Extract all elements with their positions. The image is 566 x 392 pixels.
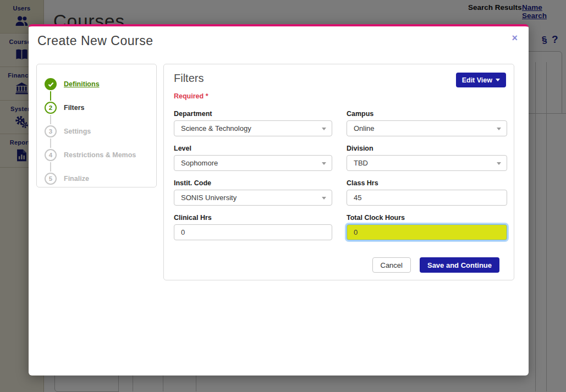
department-value: Science & Technology [181,124,251,132]
close-icon[interactable]: × [512,33,518,43]
instit-code-value: SONIS University [181,194,237,202]
step-number: 4 [45,149,57,161]
filters-form: Department Science & Technology Campus O… [174,110,507,240]
class-hrs-label: Class Hrs [347,179,507,187]
step-restrictions-memos: 4 Restrictions & Memos [45,149,156,161]
modal-actions: Cancel Save and Continue [372,257,500,273]
level-field-group: Level Sophomore [174,145,332,171]
step-number: 3 [45,125,57,137]
save-and-continue-button[interactable]: Save and Continue [420,257,499,273]
wizard-steps: Definitions 2 Filters 3 Settings 4 Restr… [36,64,157,187]
total-clock-hours-label: Total Clock Hours [347,214,507,222]
step-connector [50,91,51,101]
chevron-down-icon [496,79,500,81]
class-hrs-field-group: Class Hrs [347,179,507,206]
create-course-modal: Create New Course × Definitions 2 Filter… [29,24,529,376]
level-select[interactable]: Sophomore [174,155,332,171]
step-filters: 2 Filters [45,102,156,114]
modal-title: Create New Course [37,34,153,48]
step-number: 2 [45,102,57,114]
step-finalize: 5 Finalize [45,173,156,185]
edit-view-button[interactable]: Edit View [456,73,506,87]
division-label: Division [347,145,507,152]
department-label: Department [174,110,332,118]
total-clock-hours-field-group: Total Clock Hours [347,214,507,240]
class-hrs-input[interactable] [347,190,507,206]
step-number: 5 [45,173,57,185]
chevron-down-icon [322,162,326,165]
step-connector [50,139,51,148]
filters-heading: Filters [174,72,204,85]
campus-value: Online [354,124,375,132]
edit-view-label: Edit View [462,76,492,84]
filters-panel: Filters Edit View Required * Department … [163,64,514,280]
division-select[interactable]: TBD [347,155,507,171]
step-label: Filters [64,104,85,112]
chevron-down-icon [322,197,326,200]
campus-select[interactable]: Online [347,120,507,136]
clinical-hrs-field-group: Clinical Hrs [174,214,332,240]
level-value: Sophomore [181,159,218,167]
step-settings: 3 Settings [45,125,156,137]
division-field-group: Division TBD [347,145,507,171]
chevron-down-icon [497,128,501,130]
step-connector [50,115,51,124]
total-clock-hours-input[interactable] [347,224,507,240]
department-select[interactable]: Science & Technology [174,120,332,136]
step-label: Restrictions & Memos [64,151,136,159]
instit-code-label: Instit. Code [174,179,332,187]
chevron-down-icon [497,162,501,165]
instit-code-field-group: Instit. Code SONIS University [174,179,332,206]
step-label: Finalize [64,175,89,183]
department-field-group: Department Science & Technology [174,110,332,136]
instit-code-select[interactable]: SONIS University [174,190,332,206]
division-value: TBD [354,159,368,167]
clinical-hrs-label: Clinical Hrs [174,214,332,222]
step-connector [50,162,51,172]
campus-field-group: Campus Online [347,110,507,136]
campus-label: Campus [347,110,507,118]
level-label: Level [174,145,332,152]
cancel-button[interactable]: Cancel [372,257,411,273]
step-complete-check-icon [45,78,57,90]
required-note: Required * [174,92,208,100]
screen: Users Courses [0,0,566,392]
step-definitions[interactable]: Definitions [45,78,156,90]
clinical-hrs-input[interactable] [174,224,332,240]
chevron-down-icon [322,128,326,130]
step-label[interactable]: Definitions [64,80,100,88]
step-label: Settings [64,128,91,135]
